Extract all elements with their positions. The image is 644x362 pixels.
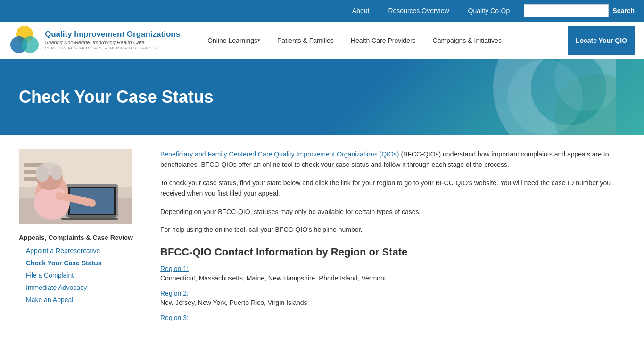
nav-patients-families[interactable]: Patients & Families — [269, 22, 342, 59]
search-input[interactable] — [524, 4, 609, 17]
top-nav-about[interactable]: About — [347, 7, 374, 15]
nav-online-learnings[interactable]: Online Learnings — [199, 22, 269, 59]
intro-paragraph-2: To check your case status, find your sta… — [160, 178, 625, 199]
sidebar-link-file-complaint[interactable]: File a Complaint — [26, 272, 74, 279]
list-item: Appoint a Representative — [26, 247, 141, 255]
top-nav-resources[interactable]: Resources Overview — [383, 7, 454, 15]
sidebar-link-appoint[interactable]: Appoint a Representative — [26, 247, 100, 255]
sidebar-link-make-appeal[interactable]: Make an Appeal — [26, 296, 73, 304]
search-button[interactable]: Search — [612, 7, 635, 15]
svg-rect-15 — [68, 215, 116, 218]
sidebar-link-immediate-advocacy[interactable]: Immediate Advocacy — [26, 284, 87, 291]
top-nav-quality[interactable]: Quality Co-Op — [463, 7, 515, 15]
list-item: Check Your Case Status — [26, 259, 141, 267]
intro-paragraph-3: Depending on your BFCC-QIO, statuses may… — [160, 206, 625, 217]
logo-icon — [9, 25, 40, 56]
nav-bar: Quality Improvement Organizations Sharin… — [0, 22, 644, 59]
region-1-link[interactable]: Region 1: — [160, 265, 189, 272]
main-content: Appeals, Complaints & Case Review Appoin… — [0, 135, 644, 336]
hero-decoration — [451, 59, 616, 135]
svg-rect-16 — [61, 218, 118, 220]
section-title: BFCC-QIO Contact Information by Region o… — [160, 246, 625, 258]
logo-area: Quality Improvement Organizations Sharin… — [9, 25, 180, 56]
region-3-link[interactable]: Region 3: — [160, 314, 189, 321]
list-item: Make an Appeal — [26, 296, 141, 304]
region-2-link[interactable]: Region 2: — [160, 289, 189, 297]
intro-paragraph-1: Beneficiary and Family Centered Care Qua… — [160, 149, 625, 170]
org-name: Quality Improvement Organizations — [45, 30, 180, 39]
region-1-block: Region 1: Connecticut, Massachusetts, Ma… — [160, 265, 625, 282]
sidebar: Appeals, Complaints & Case Review Appoin… — [19, 149, 141, 321]
content-area: Beneficiary and Family Centered Care Qua… — [160, 149, 625, 321]
sidebar-link-check-status[interactable]: Check Your Case Status — [26, 259, 102, 267]
page-title: Check Your Case Status — [19, 87, 214, 107]
top-bar: About Resources Overview Quality Co-Op S… — [0, 0, 644, 22]
nav-health-care-providers[interactable]: Health Care Providers — [342, 22, 424, 59]
list-item: File a Complaint — [26, 272, 141, 279]
main-nav: Online Learnings Patients & Families Hea… — [199, 22, 568, 59]
intro-paragraph-4: For help using the online tool, call you… — [160, 224, 625, 235]
nav-campaigns-initiatives[interactable]: Campaigns & Initiatives — [424, 22, 510, 59]
svg-point-22 — [36, 165, 49, 182]
centers-label: Centers for Medicare & Medicaid Services — [45, 46, 180, 51]
region-3-block: Region 3: — [160, 314, 625, 321]
tagline: Sharing Knowledge. Improving Health Care… — [45, 40, 180, 46]
svg-point-19 — [34, 187, 70, 220]
sidebar-nav-title: Appeals, Complaints & Case Review — [19, 234, 141, 241]
region-1-states: Connecticut, Massachusetts, Maine, New H… — [160, 274, 625, 282]
region-2-block: Region 2: New Jersey, New York, Puerto R… — [160, 289, 625, 306]
locate-qio-button[interactable]: Locate Your QIO — [568, 26, 635, 55]
list-item: Immediate Advocacy — [26, 284, 141, 291]
logo-text: Quality Improvement Organizations Sharin… — [45, 30, 180, 50]
svg-point-23 — [51, 165, 62, 180]
hero-banner: Check Your Case Status — [0, 59, 644, 135]
bfcc-qio-link[interactable]: Beneficiary and Family Centered Care Qua… — [160, 150, 399, 158]
search-area: Search — [524, 4, 635, 17]
sidebar-nav-links: Appoint a Representative Check Your Case… — [19, 247, 141, 304]
region-2-states: New Jersey, New York, Puerto Rico, Virgi… — [160, 299, 625, 306]
sidebar-image — [19, 149, 132, 224]
svg-point-2 — [22, 36, 39, 53]
